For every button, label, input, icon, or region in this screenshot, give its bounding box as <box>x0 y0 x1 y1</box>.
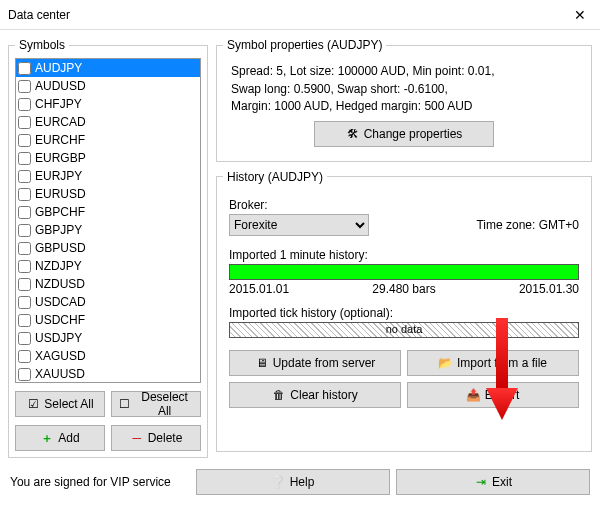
minute-history-bar <box>229 264 579 280</box>
symbols-legend: Symbols <box>15 38 69 52</box>
symbol-row[interactable]: EURCAD <box>16 113 200 131</box>
symbol-row[interactable]: XAGUSD <box>16 347 200 365</box>
symbol-checkbox[interactable] <box>18 62 31 75</box>
symbol-checkbox[interactable] <box>18 170 31 183</box>
symbol-label: CHFJPY <box>35 97 82 111</box>
symbol-label: EURCHF <box>35 133 85 147</box>
symbol-row[interactable]: EURJPY <box>16 167 200 185</box>
symbol-checkbox[interactable] <box>18 224 31 237</box>
symbol-label: EURGBP <box>35 151 86 165</box>
prop-line: Spread: 5, Lot size: 100000 AUD, Min poi… <box>231 64 577 80</box>
symbol-row[interactable]: CHFJPY <box>16 95 200 113</box>
symbol-label: XAGUSD <box>35 349 86 363</box>
properties-group: Symbol properties (AUDJPY) Spread: 5, Lo… <box>216 38 592 162</box>
plus-icon: ＋ <box>40 431 54 445</box>
server-icon: 🖥 <box>255 356 269 370</box>
broker-label: Broker: <box>229 198 579 212</box>
symbol-checkbox[interactable] <box>18 80 31 93</box>
tick-history-bar: no data <box>229 322 579 338</box>
symbol-row[interactable]: AUDUSD <box>16 77 200 95</box>
titlebar: Data center ✕ <box>0 0 600 30</box>
clear-icon: 🗑 <box>272 388 286 402</box>
minute-to: 2015.01.30 <box>519 282 579 296</box>
deselect-all-button[interactable]: ☐ Deselect All <box>111 391 201 417</box>
symbol-row[interactable]: NZDUSD <box>16 275 200 293</box>
symbol-checkbox[interactable] <box>18 242 31 255</box>
symbol-label: EURUSD <box>35 187 86 201</box>
history-group: History (AUDJPY) Broker: Forexite Time z… <box>216 170 592 452</box>
import-from-file-button[interactable]: 📂 Import from a file <box>407 350 579 376</box>
change-properties-button[interactable]: 🛠 Change properties <box>314 121 494 147</box>
history-legend: History (AUDJPY) <box>223 170 327 184</box>
exit-button[interactable]: ⇥ Exit <box>396 469 590 495</box>
delete-button[interactable]: ─ Delete <box>111 425 201 451</box>
minus-icon: ─ <box>130 431 144 445</box>
symbol-checkbox[interactable] <box>18 350 31 363</box>
window-title: Data center <box>8 8 568 22</box>
exit-icon: ⇥ <box>474 475 488 489</box>
close-icon[interactable]: ✕ <box>568 7 592 23</box>
symbol-label: NZDUSD <box>35 277 85 291</box>
symbol-checkbox[interactable] <box>18 206 31 219</box>
help-icon: ❔ <box>272 475 286 489</box>
symbol-checkbox[interactable] <box>18 260 31 273</box>
minute-from: 2015.01.01 <box>229 282 289 296</box>
symbol-label: XAUUSD <box>35 367 85 381</box>
symbol-checkbox[interactable] <box>18 116 31 129</box>
wrench-icon: 🛠 <box>346 127 360 141</box>
symbol-checkbox[interactable] <box>18 188 31 201</box>
symbol-label: EURJPY <box>35 169 82 183</box>
symbol-label: USDCHF <box>35 313 85 327</box>
symbol-label: USDJPY <box>35 331 82 345</box>
symbol-checkbox[interactable] <box>18 278 31 291</box>
prop-line: Margin: 1000 AUD, Hedged margin: 500 AUD <box>231 99 577 115</box>
symbol-row[interactable]: EURGBP <box>16 149 200 167</box>
deselect-all-icon: ☐ <box>118 397 131 411</box>
symbol-row[interactable]: GBPJPY <box>16 221 200 239</box>
symbol-checkbox[interactable] <box>18 98 31 111</box>
tick-nodata: no data <box>386 323 423 335</box>
symbols-list[interactable]: AUDJPYAUDUSDCHFJPYEURCADEURCHFEURGBPEURJ… <box>15 58 201 383</box>
symbol-row[interactable]: AUDJPY <box>16 59 200 77</box>
clear-history-button[interactable]: 🗑 Clear history <box>229 382 401 408</box>
symbol-checkbox[interactable] <box>18 296 31 309</box>
symbol-label: GBPCHF <box>35 205 85 219</box>
symbol-row[interactable]: USDCHF <box>16 311 200 329</box>
symbol-row[interactable]: GBPUSD <box>16 239 200 257</box>
symbols-group: Symbols AUDJPYAUDUSDCHFJPYEURCADEURCHFEU… <box>8 38 208 458</box>
symbol-row[interactable]: USDJPY <box>16 329 200 347</box>
symbol-row[interactable]: GBPCHF <box>16 203 200 221</box>
symbol-checkbox[interactable] <box>18 134 31 147</box>
export-icon: 📤 <box>467 388 481 402</box>
symbol-checkbox[interactable] <box>18 368 31 381</box>
symbol-checkbox[interactable] <box>18 314 31 327</box>
symbol-label: GBPJPY <box>35 223 82 237</box>
symbol-row[interactable]: XAUUSD <box>16 365 200 383</box>
symbol-checkbox[interactable] <box>18 332 31 345</box>
update-from-server-button[interactable]: 🖥 Update from server <box>229 350 401 376</box>
properties-legend: Symbol properties (AUDJPY) <box>223 38 386 52</box>
symbol-checkbox[interactable] <box>18 152 31 165</box>
symbol-label: GBPUSD <box>35 241 86 255</box>
tick-history-label: Imported tick history (optional): <box>229 306 579 320</box>
select-all-icon: ☑ <box>26 397 40 411</box>
symbol-row[interactable]: EURUSD <box>16 185 200 203</box>
timezone-label: Time zone: GMT+0 <box>476 218 579 232</box>
select-all-button[interactable]: ☑ Select All <box>15 391 105 417</box>
symbol-row[interactable]: EURCHF <box>16 131 200 149</box>
export-button[interactable]: 📤 Export <box>407 382 579 408</box>
prop-line: Swap long: 0.5900, Swap short: -0.6100, <box>231 82 577 98</box>
broker-select[interactable]: Forexite <box>229 214 369 236</box>
help-button[interactable]: ❔ Help <box>196 469 390 495</box>
add-button[interactable]: ＋ Add <box>15 425 105 451</box>
minute-bars: 29.480 bars <box>372 282 435 296</box>
symbol-label: EURCAD <box>35 115 86 129</box>
symbol-label: AUDJPY <box>35 61 82 75</box>
folder-import-icon: 📂 <box>439 356 453 370</box>
symbol-label: USDCAD <box>35 295 86 309</box>
symbol-label: NZDJPY <box>35 259 82 273</box>
symbol-row[interactable]: NZDJPY <box>16 257 200 275</box>
symbol-row[interactable]: USDCAD <box>16 293 200 311</box>
minute-history-label: Imported 1 minute history: <box>229 248 579 262</box>
symbol-label: AUDUSD <box>35 79 86 93</box>
